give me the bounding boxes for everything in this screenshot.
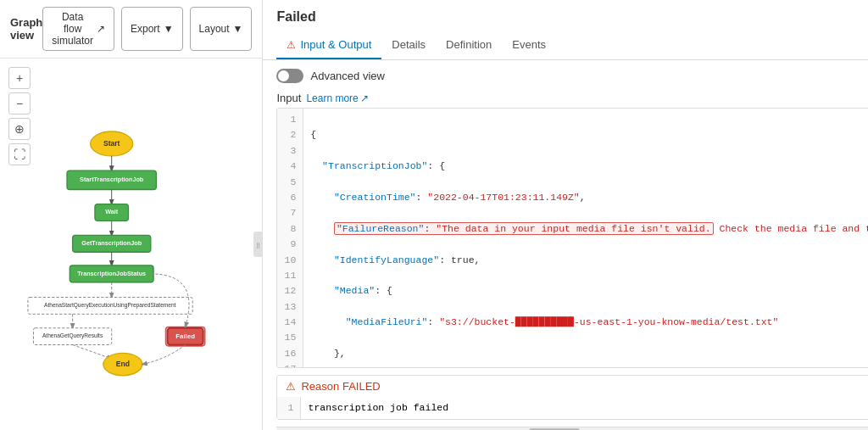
tab-events[interactable]: Events [502, 31, 556, 59]
reason-content: ⧉ 1 transcription job failed [277, 397, 868, 419]
export-button[interactable]: Export ▼ [121, 7, 183, 51]
learn-more-text: Learn more [306, 92, 358, 104]
svg-text:StartTranscriptionJob: StartTranscriptionJob [80, 176, 144, 183]
export-label: Export [131, 23, 160, 35]
right-content: Advanced view Input Learn more ↗ ⧉ 12345… [263, 60, 868, 430]
zoom-in-button[interactable]: + [8, 67, 31, 89]
tab-details-label: Details [392, 38, 426, 51]
bottom-scroll-bar[interactable] [276, 427, 868, 430]
svg-text:TranscriptionJobStatus: TranscriptionJobStatus [77, 270, 146, 277]
svg-text:Failed: Failed [175, 332, 195, 340]
code-content: { "TranscriptionJob": { "CreationTime": … [303, 109, 868, 368]
tab-events-label: Events [512, 38, 546, 51]
reason-block: ⚠ Reason FAILED ⧉ 1 transcription job fa… [276, 375, 868, 420]
export-chevron-icon: ▼ [164, 23, 174, 35]
panel-title: Failed [276, 9, 315, 25]
tab-input-output[interactable]: ⚠ Input & Output [276, 31, 381, 59]
input-label-row: Input Learn more ↗ [263, 88, 868, 108]
warning-icon: ⚠ [287, 39, 296, 51]
input-text: Input [276, 92, 301, 104]
line-numbers: 12345 678910 1112131415 161718 [277, 109, 303, 368]
toggle-knob [278, 70, 289, 81]
fullscreen-button[interactable]: ⛶ [8, 143, 31, 165]
tab-definition-label: Definition [446, 38, 492, 51]
graph-area: + − ⊕ ⛶ Start StartTranscriptionJob [0, 59, 262, 430]
svg-text:Start: Start [103, 139, 120, 148]
tab-definition[interactable]: Definition [436, 31, 502, 59]
data-flow-simulator-button[interactable]: Data flow simulator ↗ [42, 7, 114, 51]
panel-divider[interactable]: || [253, 232, 262, 257]
svg-text:GetTranscriptionJob: GetTranscriptionJob [81, 239, 142, 247]
svg-text:AthenaGetQueryResults: AthenaGetQueryResults [42, 332, 103, 339]
svg-line-15 [73, 345, 112, 359]
reason-warning-icon: ⚠ [286, 380, 296, 393]
graph-svg: Start StartTranscriptionJob Wait GetTran… [0, 59, 262, 430]
layout-chevron-icon: ▼ [233, 23, 243, 35]
reason-title: Reason FAILED [301, 380, 380, 393]
center-button[interactable]: ⊕ [8, 118, 31, 140]
zoom-out-button[interactable]: − [8, 92, 31, 114]
svg-text:AthenaStartQueryExecutionUsing: AthenaStartQueryExecutionUsingPreparedSt… [44, 302, 176, 309]
external-icon: ↗ [360, 92, 369, 104]
advanced-view-toggle[interactable] [276, 69, 303, 83]
learn-more-link[interactable]: Learn more ↗ [306, 92, 368, 104]
reason-text: transcription job failed [301, 397, 455, 419]
code-block-input: ⧉ 12345 678910 1112131415 161718 { "Tran… [276, 108, 868, 368]
external-link-icon: ↗ [97, 23, 105, 35]
tab-input-output-label: Input & Output [300, 38, 371, 51]
tab-details[interactable]: Details [381, 31, 436, 59]
reason-header: ⚠ Reason FAILED [277, 376, 868, 397]
layout-button[interactable]: Layout ▼ [190, 7, 253, 51]
left-header: Graph view Data flow simulator ↗ Export … [0, 0, 262, 59]
reason-line-numbers: 1 [277, 397, 301, 419]
left-panel: Graph view Data flow simulator ↗ Export … [0, 0, 263, 430]
right-header: Failed ⚙ ✕ [263, 0, 868, 25]
graph-view-title: Graph view [10, 16, 42, 42]
svg-text:Wait: Wait [105, 208, 119, 215]
svg-text:End: End [116, 360, 130, 368]
advanced-view-row: Advanced view [263, 60, 868, 88]
graph-controls: + − ⊕ ⛶ [8, 67, 31, 165]
layout-label: Layout [199, 23, 230, 35]
header-buttons: Data flow simulator ↗ Export ▼ Layout ▼ [42, 7, 252, 51]
advanced-view-label: Advanced view [310, 70, 384, 82]
tabs-bar: ⚠ Input & Output Details Definition Even… [263, 31, 868, 60]
simulator-label: Data flow simulator [52, 11, 93, 47]
right-panel: Failed ⚙ ✕ ⚠ Input & Output Details Defi… [263, 0, 868, 430]
